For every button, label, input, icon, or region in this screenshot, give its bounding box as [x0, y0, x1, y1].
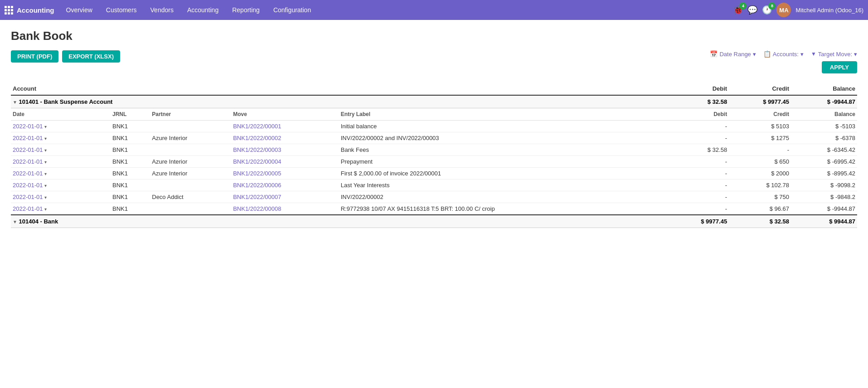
date-range-button[interactable]: 📅 Date Range ▾ — [710, 50, 756, 58]
row-debit: - — [667, 156, 729, 168]
page-title: Bank Book — [11, 29, 857, 43]
row-move[interactable]: BNK1/2022/00001 — [231, 121, 339, 132]
row-entry-label: R:9772938 10/07 AX 9415116318 T:5 BRT: 1… — [339, 203, 667, 215]
row-balance: $ -9944.87 — [791, 203, 857, 215]
row-date[interactable]: 2022-01-01 ▾ — [11, 168, 111, 179]
group2-row: ▼ 101404 - Bank $ 9977.45 $ 32.58 $ 9944… — [11, 215, 857, 228]
row-date[interactable]: 2022-01-01 ▾ — [11, 144, 111, 156]
header-balance: Balance — [791, 82, 857, 95]
row-credit: - — [729, 144, 791, 156]
subheader-row: Date JRNL Partner Move Entry Label Debit… — [11, 108, 857, 121]
bug-icon-btn[interactable]: 🐞 4 — [733, 5, 743, 15]
row-move[interactable]: BNK1/2022/00006 — [231, 179, 339, 191]
row-jrnl: BNK1 — [111, 203, 150, 215]
table-row: 2022-01-01 ▾ BNK1 Azure Interior BNK1/20… — [11, 168, 857, 179]
row-date-chevron: ▾ — [44, 124, 47, 129]
main-content: Bank Book PRINT (PDF) EXPORT (XLSX) 📅 Da… — [0, 20, 868, 388]
user-label[interactable]: Mitchell Admin (Odoo_16) — [795, 7, 863, 14]
chat-icon: 💬 — [747, 5, 757, 15]
row-date[interactable]: 2022-01-01 ▾ — [11, 121, 111, 132]
row-partner — [150, 203, 231, 215]
bug-badge: 4 — [739, 2, 747, 10]
apply-row: APPLY — [822, 61, 857, 73]
sub-header-debit: Debit — [667, 108, 729, 121]
row-jrnl: BNK1 — [111, 132, 150, 144]
sub-header-partner: Partner — [150, 108, 231, 121]
group1-balance: $ -9944.87 — [791, 95, 857, 108]
row-credit: $ 96.67 — [729, 203, 791, 215]
row-move[interactable]: BNK1/2022/00005 — [231, 168, 339, 179]
row-entry-label: INV/2022/00002 and INV/2022/00003 — [339, 132, 667, 144]
row-debit: - — [667, 121, 729, 132]
row-move[interactable]: BNK1/2022/00003 — [231, 144, 339, 156]
sub-header-move: Move — [231, 108, 339, 121]
row-move[interactable]: BNK1/2022/00002 — [231, 132, 339, 144]
date-range-chevron: ▾ — [753, 51, 756, 58]
top-navigation: Accounting Overview Customers Vendors Ac… — [0, 0, 868, 20]
target-move-chevron: ▾ — [854, 51, 857, 58]
row-partner: Deco Addict — [150, 191, 231, 203]
table-row: 2022-01-01 ▾ BNK1 Deco Addict BNK1/2022/… — [11, 191, 857, 203]
table-row: 2022-01-01 ▾ BNK1 BNK1/2022/00008 R:9772… — [11, 203, 857, 215]
header-account: Account — [11, 82, 111, 95]
sub-header-entry-label: Entry Label — [339, 108, 667, 121]
menu-configuration[interactable]: Configuration — [267, 4, 317, 16]
menu-overview[interactable]: Overview — [60, 4, 99, 16]
sub-header-balance: Balance — [791, 108, 857, 121]
row-move[interactable]: BNK1/2022/00007 — [231, 191, 339, 203]
row-date-chevron: ▾ — [44, 207, 47, 212]
app-brand[interactable]: Accounting — [5, 6, 54, 15]
row-debit: - — [667, 191, 729, 203]
menu-reporting[interactable]: Reporting — [226, 4, 266, 16]
row-debit: - — [667, 179, 729, 191]
group2-credit: $ 32.58 — [729, 215, 791, 228]
row-date[interactable]: 2022-01-01 ▾ — [11, 191, 111, 203]
print-pdf-button[interactable]: PRINT (PDF) — [11, 50, 58, 63]
target-move-button[interactable]: ▼ Target Move: ▾ — [811, 51, 857, 58]
group2-balance: $ 9944.87 — [791, 215, 857, 228]
apply-button[interactable]: APPLY — [822, 61, 857, 73]
row-partner: Azure Interior — [150, 132, 231, 144]
row-date-chevron: ▾ — [44, 183, 47, 188]
row-credit: $ 750 — [729, 191, 791, 203]
row-move[interactable]: BNK1/2022/00008 — [231, 203, 339, 215]
group1-label[interactable]: ▼ 101401 - Bank Suspense Account — [11, 95, 667, 108]
top-nav-right: 🐞 4 💬 🕐 8 MA Mitchell Admin (Odoo_16) — [733, 3, 863, 17]
menu-customers[interactable]: Customers — [100, 4, 143, 16]
sub-header-credit: Credit — [729, 108, 791, 121]
row-credit: $ 5103 — [729, 121, 791, 132]
row-balance: $ -8995.42 — [791, 168, 857, 179]
menu-accounting[interactable]: Accounting — [181, 4, 225, 16]
filter-icon: ▼ — [811, 51, 816, 57]
row-debit: - — [667, 132, 729, 144]
accounts-button[interactable]: 📋 Accounts: ▾ — [763, 50, 804, 58]
group2-label[interactable]: ▼ 101404 - Bank — [11, 215, 667, 228]
row-date-chevron: ▾ — [44, 136, 47, 141]
menu-vendors[interactable]: Vendors — [144, 4, 180, 16]
row-date[interactable]: 2022-01-01 ▾ — [11, 132, 111, 144]
row-move[interactable]: BNK1/2022/00004 — [231, 156, 339, 168]
row-partner: Azure Interior — [150, 168, 231, 179]
export-xlsx-button[interactable]: EXPORT (XLSX) — [62, 50, 120, 63]
row-jrnl: BNK1 — [111, 121, 150, 132]
row-credit: $ 650 — [729, 156, 791, 168]
group1-row: ▼ 101401 - Bank Suspense Account $ 32.58… — [11, 95, 857, 108]
group2-chevron: ▼ — [13, 219, 17, 224]
sub-header-date: Date — [11, 108, 111, 121]
group1-chevron: ▼ — [13, 100, 17, 105]
row-date[interactable]: 2022-01-01 ▾ — [11, 179, 111, 191]
grid-icon — [5, 6, 13, 15]
row-balance: $ -5103 — [791, 121, 857, 132]
row-credit: $ 2000 — [729, 168, 791, 179]
row-balance: $ -6378 — [791, 132, 857, 144]
user-avatar[interactable]: MA — [776, 3, 791, 17]
row-date[interactable]: 2022-01-01 ▾ — [11, 203, 111, 215]
row-credit: $ 1275 — [729, 132, 791, 144]
messages-icon-btn[interactable]: 💬 — [747, 5, 757, 15]
row-date[interactable]: 2022-01-01 ▾ — [11, 156, 111, 168]
clock-icon-btn[interactable]: 🕐 8 — [762, 5, 772, 15]
group1-credit: $ 9977.45 — [729, 95, 791, 108]
data-rows-container: 2022-01-01 ▾ BNK1 BNK1/2022/00001 Initia… — [11, 121, 857, 215]
table-row: 2022-01-01 ▾ BNK1 BNK1/2022/00001 Initia… — [11, 121, 857, 132]
row-balance: $ -9098.2 — [791, 179, 857, 191]
